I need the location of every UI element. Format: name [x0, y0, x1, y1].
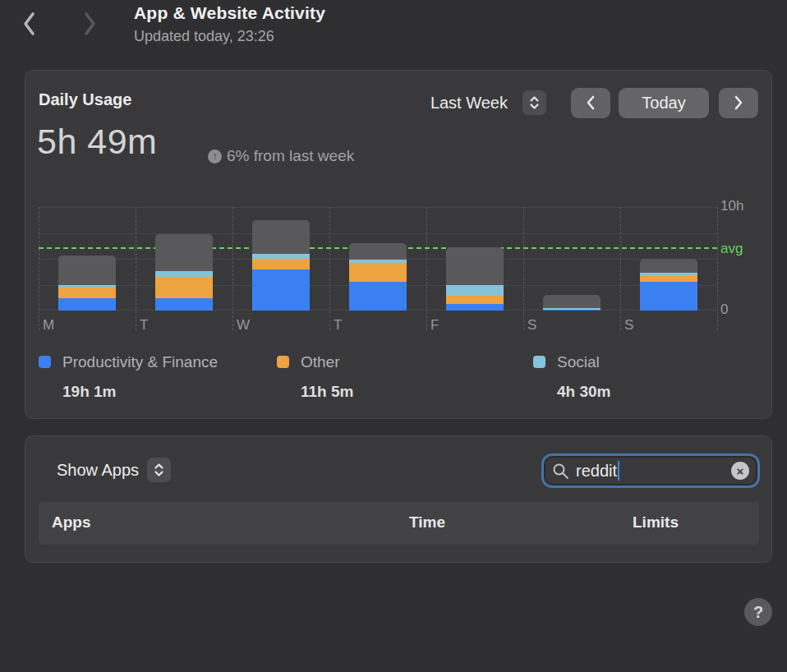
previous-period-button[interactable] [571, 88, 610, 118]
legend-item-other: Other [277, 353, 340, 371]
chevron-right-icon [86, 14, 94, 34]
usage-bar[interactable] [446, 247, 504, 311]
day-label: T [140, 317, 148, 334]
usage-bar[interactable] [349, 243, 407, 311]
gridline [39, 207, 717, 208]
period-dropdown-stepper[interactable] [522, 90, 546, 115]
day-label: S [624, 317, 633, 334]
chevron-right-icon [736, 97, 741, 108]
search-field-focus-ring: reddit × [541, 453, 760, 488]
show-apps-dropdown[interactable]: Show Apps [57, 458, 171, 482]
next-period-button[interactable] [719, 88, 758, 118]
bar-segment [58, 288, 116, 298]
trend-up-arrow-icon: ↑ [208, 150, 222, 163]
usage-bar[interactable] [640, 259, 697, 311]
legend-label: Other [301, 353, 340, 371]
bar-segment [155, 298, 213, 311]
legend-value-other: 11h 5m [301, 383, 353, 401]
period-selected-value: Last Week [430, 94, 508, 113]
bar-segment [252, 259, 310, 269]
day-divider [426, 207, 427, 330]
daily-usage-card: Daily Usage Last Week Today 5h 49m ↑ 6% … [25, 70, 772, 419]
legend-item-social: Social [533, 353, 600, 371]
updown-chevrons-icon [153, 463, 165, 477]
day-divider [523, 207, 524, 330]
today-button[interactable]: Today [619, 88, 709, 118]
day-divider [39, 207, 39, 330]
period-controls: Last Week Today [430, 87, 758, 118]
bar-segment [446, 285, 504, 296]
total-usage-value: 5h 49m [37, 122, 157, 162]
y-axis-max-label: 10h [720, 198, 743, 214]
usage-bar[interactable] [58, 255, 116, 311]
search-input-value: reddit [576, 462, 617, 481]
forward-button[interactable] [80, 10, 99, 38]
last-updated-text: Updated today, 23:26 [134, 28, 274, 45]
show-apps-stepper[interactable] [147, 458, 171, 482]
legend-value-productivity: 19h 1m [62, 383, 116, 401]
day-label: M [43, 317, 54, 334]
column-header-limits: Limits [627, 513, 684, 532]
column-header-time: Time [398, 513, 456, 532]
usage-bar[interactable] [155, 234, 213, 311]
text-cursor [618, 461, 619, 481]
bar-segment [640, 259, 697, 273]
bar-segment [446, 304, 504, 311]
legend-swatch-social [533, 356, 545, 368]
legend-label: Social [557, 353, 600, 371]
chevron-left-icon [588, 97, 593, 108]
bar-segment [640, 275, 697, 282]
bar-segment [349, 282, 407, 311]
search-icon [552, 463, 569, 480]
updown-chevrons-icon [528, 95, 541, 110]
back-button[interactable] [20, 10, 39, 38]
day-divider [620, 207, 621, 330]
legend-swatch-other [277, 356, 289, 368]
bar-segment [252, 269, 310, 311]
chevron-left-icon [25, 14, 33, 34]
bar-segment [349, 263, 407, 282]
page-title: App & Website Activity [134, 3, 325, 23]
show-apps-label: Show Apps [57, 461, 139, 480]
bar-segment [446, 247, 504, 284]
bar-segment [155, 234, 213, 271]
day-divider [717, 207, 718, 330]
day-label: F [430, 317, 439, 334]
legend-item-productivity: Productivity & Finance [39, 353, 218, 371]
day-label: S [527, 317, 536, 334]
legend-value-social: 4h 30m [557, 383, 610, 401]
bar-segment [155, 277, 213, 298]
day-label: W [237, 317, 250, 334]
bar-segment [58, 255, 116, 284]
bar-segment [252, 220, 310, 253]
bar-segment [155, 271, 213, 278]
day-divider [136, 207, 136, 330]
usage-bar[interactable] [252, 220, 310, 311]
average-line-label: avg [720, 241, 743, 257]
chart-plot: MTWTFSS [39, 207, 717, 311]
day-label: T [334, 317, 342, 334]
bar-segment [543, 295, 601, 308]
bar-segment [640, 282, 697, 311]
legend-swatch-productivity [39, 356, 51, 368]
gridline [39, 233, 717, 234]
trend-row: ↑ 6% from last week [208, 147, 354, 165]
bar-segment [543, 310, 601, 311]
trend-text: 6% from last week [227, 147, 354, 165]
help-button[interactable]: ? [744, 598, 772, 626]
clear-search-button[interactable]: × [731, 462, 749, 480]
day-divider [329, 207, 330, 330]
usage-bar[interactable] [543, 295, 601, 311]
apps-list-card: Show Apps reddit × Apps Time Limits [25, 435, 772, 563]
day-divider [232, 207, 233, 330]
screen-time-window: { "header": { "title": "App & Website Ac… [0, 0, 787, 672]
bar-segment [58, 298, 116, 311]
daily-usage-title: Daily Usage [39, 90, 131, 109]
search-input[interactable]: reddit × [545, 457, 757, 485]
legend-label: Productivity & Finance [62, 353, 218, 371]
apps-table-header-row: Apps Time Limits [39, 502, 759, 545]
y-axis-min-label: 0 [720, 301, 728, 318]
bar-segment [446, 296, 504, 305]
bar-segment [349, 243, 407, 260]
column-header-apps: Apps [52, 513, 91, 532]
